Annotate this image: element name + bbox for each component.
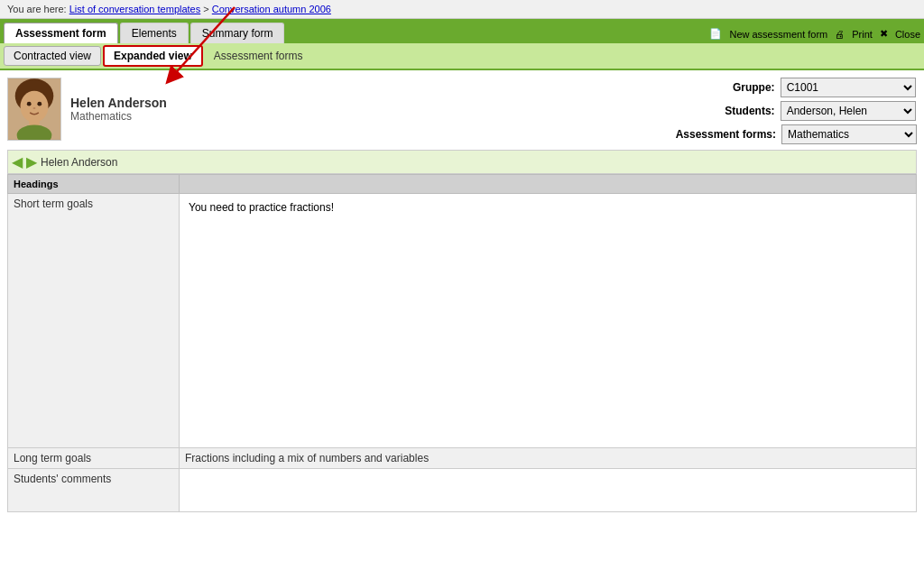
- sub-tab-expanded-view[interactable]: Expanded view: [103, 45, 203, 67]
- profile-section: Helen Anderson Mathematics: [7, 78, 167, 141]
- breadcrumb-link1[interactable]: List of conversation templates: [69, 4, 201, 14]
- long-term-goals-label: Long term goals: [8, 448, 180, 469]
- toolbar: 📄 New assessment form 🖨 Print ✖ Close: [709, 28, 920, 43]
- tab-elements[interactable]: Elements: [120, 23, 189, 43]
- gruppe-label: Gruppe:: [676, 81, 775, 94]
- new-assessment-icon: 📄: [709, 28, 722, 40]
- tab-assessment-form[interactable]: Assessment form: [4, 23, 118, 43]
- students-comments-textarea[interactable]: [185, 473, 910, 505]
- new-assessment-button[interactable]: New assessment form: [729, 29, 827, 40]
- students-select[interactable]: Anderson, Helen Smith, John: [781, 101, 916, 121]
- headings-col-header: Headings: [8, 175, 180, 194]
- breadcrumb-link2[interactable]: Conversation autumn 2006: [212, 4, 331, 14]
- print-icon: 🖨: [835, 29, 845, 40]
- main-content: Helen Anderson Mathematics Gruppe: C1001…: [0, 70, 924, 519]
- short-term-goals-cell[interactable]: You need to practice fractions!: [180, 194, 917, 448]
- breadcrumb-separator: >: [203, 4, 211, 14]
- navigation-row: ◀ ▶ Helen Anderson: [7, 150, 917, 174]
- svg-point-5: [37, 102, 42, 106]
- sub-tab-bar: Contracted view Expanded view Assessment…: [0, 43, 924, 70]
- content-col-header: [180, 175, 917, 194]
- prev-student-arrow[interactable]: ◀: [12, 153, 23, 170]
- sub-tab-assessment-forms[interactable]: Assessment forms: [205, 47, 312, 65]
- table-row: Long term goals Fractions including a mi…: [8, 448, 917, 469]
- tab-summary-form[interactable]: Summary form: [190, 23, 285, 43]
- students-label: Students:: [676, 105, 775, 117]
- print-button[interactable]: Print: [852, 29, 873, 40]
- table-row: Short term goals You need to practice fr…: [8, 194, 917, 448]
- students-comments-label: Students' comments: [8, 469, 180, 512]
- next-student-arrow[interactable]: ▶: [26, 153, 37, 170]
- main-tabs: Assessment form Elements Summary form: [4, 23, 286, 43]
- short-term-goals-label: Short term goals: [8, 194, 180, 448]
- student-name: Helen Anderson: [70, 96, 167, 110]
- student-subject: Mathematics: [70, 110, 167, 123]
- form-controls: Gruppe: C1001 C1002 C1003 Students: Ande…: [676, 78, 917, 144]
- close-icon: ✖: [880, 28, 888, 40]
- close-button[interactable]: Close: [895, 29, 920, 40]
- breadcrumb: You are here: List of conversation templ…: [0, 0, 924, 19]
- short-term-goals-textarea[interactable]: You need to practice fractions!: [185, 198, 910, 441]
- long-term-goals-value: Fractions including a mix of numbers and…: [180, 448, 917, 469]
- svg-point-3: [21, 91, 49, 123]
- nav-student-name: Helen Anderson: [41, 156, 117, 169]
- svg-point-4: [27, 102, 32, 106]
- profile-info: Helen Anderson Mathematics: [70, 96, 167, 123]
- top-row: Helen Anderson Mathematics Gruppe: C1001…: [7, 78, 917, 144]
- gruppe-row: Gruppe: C1001 C1002 C1003: [676, 78, 917, 97]
- main-tab-bar: Assessment form Elements Summary form 📄 …: [0, 19, 924, 43]
- sub-tab-contracted-view[interactable]: Contracted view: [4, 46, 101, 66]
- avatar: [7, 78, 61, 141]
- table-row: Students' comments: [8, 469, 917, 512]
- students-row: Students: Anderson, Helen Smith, John: [676, 101, 917, 121]
- assessment-forms-select[interactable]: Mathematics Science English: [781, 124, 917, 144]
- svg-point-6: [33, 107, 36, 109]
- assessment-forms-row: Assessment forms: Mathematics Science En…: [676, 124, 917, 144]
- breadcrumb-prefix: You are here:: [7, 4, 67, 14]
- assessment-table: Headings Short term goals You need to pr…: [7, 174, 917, 512]
- students-comments-cell[interactable]: [180, 469, 917, 512]
- gruppe-select[interactable]: C1001 C1002 C1003: [781, 78, 916, 97]
- assessment-forms-label: Assessment forms:: [676, 128, 776, 141]
